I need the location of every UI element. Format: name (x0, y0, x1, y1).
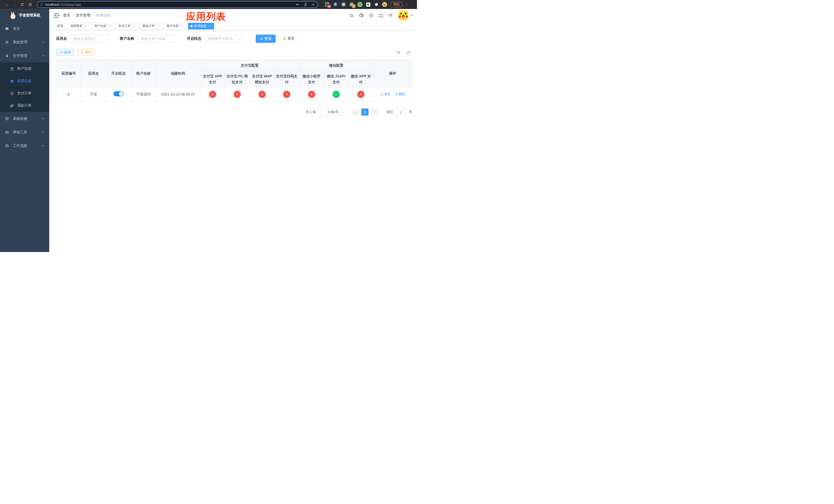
close-icon[interactable]: × (180, 24, 184, 28)
help-icon[interactable] (369, 13, 373, 18)
ext-badge: 10 (327, 5, 331, 8)
github-icon[interactable] (359, 13, 364, 18)
sidebar-item-refund-orders[interactable]: 退款订单 (0, 99, 49, 112)
col-header-merchant: 商户名称 (131, 60, 156, 87)
next-page-button[interactable]: › (371, 109, 378, 116)
refresh-table-button[interactable] (405, 49, 412, 56)
sidebar-item-label: 首页 (13, 26, 20, 31)
home-glyph (28, 3, 32, 6)
prev-page-button[interactable]: ‹ (352, 109, 359, 116)
close-icon[interactable]: × (108, 24, 112, 28)
breadcrumb-home[interactable]: 首页 (63, 13, 70, 18)
status-select[interactable]: 请选择开启状态 (204, 35, 243, 43)
app-name-input[interactable] (70, 35, 109, 43)
sidebar-item-dev-tools[interactable]: 研发工具 (0, 125, 49, 139)
page-number-current[interactable]: 1 (361, 109, 369, 116)
share-icon[interactable] (304, 3, 307, 6)
sidebar-item-home[interactable]: 首页 (0, 22, 49, 36)
sidebar-item-app-info[interactable]: 应用信息 (0, 75, 49, 87)
chevron-down-icon (42, 40, 45, 43)
chevron-down-icon (42, 143, 45, 146)
sidebar-logo[interactable]: 芋道管理系统 (0, 9, 49, 22)
user-avatar[interactable] (398, 10, 408, 20)
cell-alipay-qr: × (275, 87, 299, 101)
search-button[interactable]: 搜索 (256, 35, 276, 43)
tab-home[interactable]: 首页 (54, 23, 66, 29)
site-info-icon[interactable]: ⓘ (40, 2, 43, 7)
ext-command-icon[interactable]: ⌘ (341, 2, 346, 7)
sidebar-item-payment[interactable]: ¥ 支付管理 (0, 49, 49, 63)
briefcase-icon (5, 144, 9, 148)
close-icon[interactable]: × (156, 24, 160, 28)
sidebar-item-label: 退款订单 (17, 103, 31, 108)
merchant-name-input[interactable] (137, 35, 176, 43)
ext-tampermonkey-icon[interactable]: 10 (325, 2, 330, 7)
cell-wechat-jsapi: ✓ (324, 87, 349, 101)
sidebar-item-merchant-info[interactable]: 商户信息 (0, 63, 49, 75)
bookmark-star-icon[interactable]: ☆ (311, 2, 315, 7)
cell-app-id: 6 (57, 87, 81, 101)
tab-app-info-active[interactable]: 应用信息× (188, 23, 214, 29)
tab-pay-orders[interactable]: 支付订单× (116, 23, 138, 29)
pagination: 共 1 条 10条/页 ‹ 1 › 前往 页 (56, 109, 412, 116)
reload-icon[interactable] (20, 2, 25, 7)
profile-avatar-icon[interactable] (382, 2, 387, 7)
breadcrumb-payment[interactable]: 支付管理 (76, 13, 90, 18)
ext-y-icon[interactable]: y (357, 2, 363, 7)
header-search-icon[interactable] (349, 13, 354, 18)
url-text[interactable]: localhost:1024/pay/app (45, 3, 81, 6)
toggle-search-button[interactable] (395, 49, 402, 56)
page-size-select[interactable]: 10条/页 (320, 109, 346, 116)
font-size-icon[interactable]: TT (389, 13, 394, 18)
status-cross-icon: × (357, 91, 365, 98)
extensions-area: 10 ⌘ 1 y (321, 2, 387, 7)
close-icon[interactable]: × (208, 24, 212, 28)
status-switch[interactable] (113, 91, 124, 96)
avatar-dropdown-caret-icon[interactable] (411, 15, 413, 18)
status-cross-icon: × (283, 91, 290, 98)
sidebar-item-label: 支付订单 (17, 91, 31, 96)
edit-link[interactable]: 修改 (380, 92, 391, 96)
sidebar-item-system[interactable]: ⚙ 系统管理 (0, 36, 49, 49)
fullscreen-icon[interactable] (379, 13, 383, 18)
chrome-menu-icon[interactable]: ⋮ (405, 3, 409, 7)
page-unit-label: 页 (409, 110, 412, 114)
close-icon[interactable]: × (84, 24, 87, 28)
export-button[interactable]: 导出 (77, 49, 95, 56)
sidebar-item-pay-orders[interactable]: 支付订单 (0, 87, 49, 99)
active-dot (191, 25, 193, 27)
ext-target-icon[interactable]: 1 (349, 2, 354, 7)
delete-link[interactable]: 删除 (395, 92, 405, 96)
sidebar-item-label: 研发工具 (13, 130, 27, 135)
tab-merchant-info[interactable]: 商户信息× (164, 23, 186, 29)
reset-button[interactable]: 重置 (279, 35, 299, 43)
sidebar-item-infrastructure[interactable]: 基础设施 (0, 112, 49, 125)
cell-app-name: 芋道 (81, 87, 106, 101)
sidebar-item-workflow[interactable]: 工作流程 (0, 139, 49, 153)
tab-refund-orders[interactable]: 退款订单× (140, 23, 162, 29)
close-icon[interactable]: × (132, 24, 136, 28)
forward-icon[interactable]: → (12, 2, 18, 7)
ext-balloon-icon[interactable] (333, 2, 338, 7)
breadcrumb-current: 应用信息 (96, 13, 110, 18)
ext-chat-icon[interactable] (366, 2, 371, 7)
sidebar-item-label: 商户信息 (17, 66, 31, 71)
tab-user-group[interactable]: 用户分组× (91, 23, 114, 29)
home-icon[interactable] (27, 2, 33, 7)
edit-pencil-icon (380, 93, 383, 96)
back-icon[interactable]: ← (4, 2, 10, 7)
add-button[interactable]: ＋ 新增 (56, 49, 74, 56)
sidebar-collapse-icon[interactable] (54, 14, 59, 18)
refresh-icon (283, 37, 286, 41)
sidebar-item-label: 支付管理 (13, 53, 27, 58)
address-bar[interactable]: ⓘ localhost:1024/pay/app ☆ (37, 1, 318, 8)
extensions-puzzle-icon[interactable] (374, 2, 379, 7)
col-header-alipay-qr: 支付宝扫码支付 (275, 71, 299, 87)
chevron-down-icon (42, 130, 45, 133)
chrome-update-button[interactable]: 更新 (390, 2, 403, 7)
sidebar-item-label: 基础设施 (13, 116, 27, 121)
goto-page-input[interactable] (395, 109, 407, 116)
password-key-icon[interactable] (296, 3, 300, 6)
tab-process-form[interactable]: 流程表单× (67, 23, 90, 29)
svg-text:T: T (389, 14, 390, 17)
